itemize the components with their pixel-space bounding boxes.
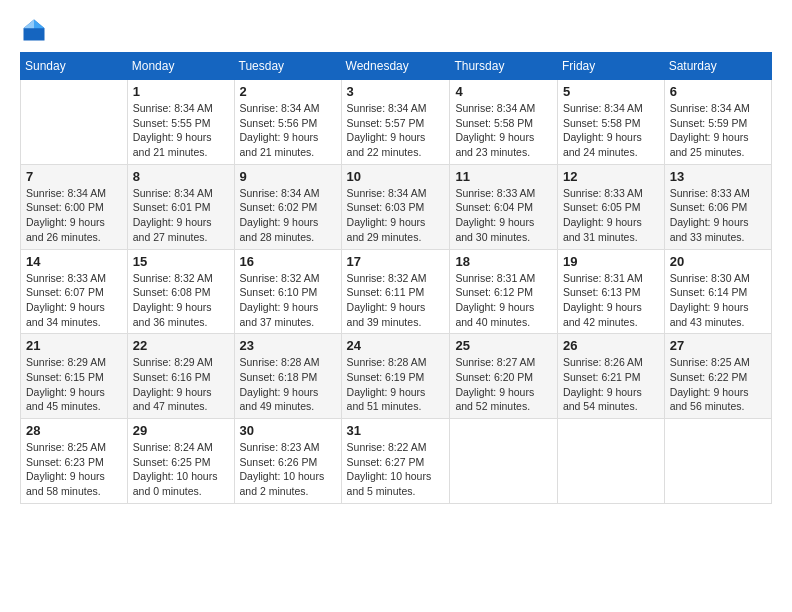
calendar-cell: 27Sunrise: 8:25 AM Sunset: 6:22 PM Dayli… — [664, 334, 771, 419]
calendar-cell: 10Sunrise: 8:34 AM Sunset: 6:03 PM Dayli… — [341, 164, 450, 249]
calendar-cell: 26Sunrise: 8:26 AM Sunset: 6:21 PM Dayli… — [557, 334, 664, 419]
calendar-cell: 1Sunrise: 8:34 AM Sunset: 5:55 PM Daylig… — [127, 80, 234, 165]
header-thursday: Thursday — [450, 53, 558, 80]
calendar-week-0: 1Sunrise: 8:34 AM Sunset: 5:55 PM Daylig… — [21, 80, 772, 165]
day-info: Sunrise: 8:34 AM Sunset: 5:55 PM Dayligh… — [133, 101, 229, 160]
day-info: Sunrise: 8:22 AM Sunset: 6:27 PM Dayligh… — [347, 440, 445, 499]
day-number: 24 — [347, 338, 445, 353]
calendar-cell: 13Sunrise: 8:33 AM Sunset: 6:06 PM Dayli… — [664, 164, 771, 249]
day-number: 30 — [240, 423, 336, 438]
svg-marker-1 — [34, 20, 45, 29]
day-info: Sunrise: 8:28 AM Sunset: 6:18 PM Dayligh… — [240, 355, 336, 414]
header — [20, 16, 772, 44]
day-info: Sunrise: 8:34 AM Sunset: 5:58 PM Dayligh… — [563, 101, 659, 160]
day-info: Sunrise: 8:30 AM Sunset: 6:14 PM Dayligh… — [670, 271, 766, 330]
calendar-cell: 30Sunrise: 8:23 AM Sunset: 6:26 PM Dayli… — [234, 419, 341, 504]
calendar-cell: 6Sunrise: 8:34 AM Sunset: 5:59 PM Daylig… — [664, 80, 771, 165]
day-number: 2 — [240, 84, 336, 99]
day-number: 28 — [26, 423, 122, 438]
day-info: Sunrise: 8:24 AM Sunset: 6:25 PM Dayligh… — [133, 440, 229, 499]
day-info: Sunrise: 8:34 AM Sunset: 6:00 PM Dayligh… — [26, 186, 122, 245]
calendar-cell: 2Sunrise: 8:34 AM Sunset: 5:56 PM Daylig… — [234, 80, 341, 165]
header-tuesday: Tuesday — [234, 53, 341, 80]
calendar-cell — [557, 419, 664, 504]
day-info: Sunrise: 8:32 AM Sunset: 6:11 PM Dayligh… — [347, 271, 445, 330]
day-number: 15 — [133, 254, 229, 269]
day-number: 11 — [455, 169, 552, 184]
day-info: Sunrise: 8:25 AM Sunset: 6:23 PM Dayligh… — [26, 440, 122, 499]
day-info: Sunrise: 8:34 AM Sunset: 6:02 PM Dayligh… — [240, 186, 336, 245]
day-info: Sunrise: 8:25 AM Sunset: 6:22 PM Dayligh… — [670, 355, 766, 414]
page: SundayMondayTuesdayWednesdayThursdayFrid… — [0, 0, 792, 612]
calendar-cell: 8Sunrise: 8:34 AM Sunset: 6:01 PM Daylig… — [127, 164, 234, 249]
day-info: Sunrise: 8:29 AM Sunset: 6:16 PM Dayligh… — [133, 355, 229, 414]
calendar-cell: 25Sunrise: 8:27 AM Sunset: 6:20 PM Dayli… — [450, 334, 558, 419]
day-number: 29 — [133, 423, 229, 438]
logo — [20, 16, 52, 44]
header-monday: Monday — [127, 53, 234, 80]
day-info: Sunrise: 8:33 AM Sunset: 6:04 PM Dayligh… — [455, 186, 552, 245]
calendar-cell: 21Sunrise: 8:29 AM Sunset: 6:15 PM Dayli… — [21, 334, 128, 419]
day-info: Sunrise: 8:33 AM Sunset: 6:07 PM Dayligh… — [26, 271, 122, 330]
day-number: 10 — [347, 169, 445, 184]
day-number: 1 — [133, 84, 229, 99]
calendar-week-2: 14Sunrise: 8:33 AM Sunset: 6:07 PM Dayli… — [21, 249, 772, 334]
day-info: Sunrise: 8:34 AM Sunset: 5:57 PM Dayligh… — [347, 101, 445, 160]
day-info: Sunrise: 8:23 AM Sunset: 6:26 PM Dayligh… — [240, 440, 336, 499]
calendar-header-row: SundayMondayTuesdayWednesdayThursdayFrid… — [21, 53, 772, 80]
calendar-cell — [664, 419, 771, 504]
header-friday: Friday — [557, 53, 664, 80]
day-number: 26 — [563, 338, 659, 353]
day-number: 22 — [133, 338, 229, 353]
calendar-cell: 28Sunrise: 8:25 AM Sunset: 6:23 PM Dayli… — [21, 419, 128, 504]
calendar-cell: 16Sunrise: 8:32 AM Sunset: 6:10 PM Dayli… — [234, 249, 341, 334]
day-info: Sunrise: 8:31 AM Sunset: 6:12 PM Dayligh… — [455, 271, 552, 330]
calendar-week-4: 28Sunrise: 8:25 AM Sunset: 6:23 PM Dayli… — [21, 419, 772, 504]
day-number: 19 — [563, 254, 659, 269]
day-info: Sunrise: 8:34 AM Sunset: 5:59 PM Dayligh… — [670, 101, 766, 160]
calendar-cell: 29Sunrise: 8:24 AM Sunset: 6:25 PM Dayli… — [127, 419, 234, 504]
calendar-cell: 3Sunrise: 8:34 AM Sunset: 5:57 PM Daylig… — [341, 80, 450, 165]
calendar-cell: 18Sunrise: 8:31 AM Sunset: 6:12 PM Dayli… — [450, 249, 558, 334]
calendar-cell: 4Sunrise: 8:34 AM Sunset: 5:58 PM Daylig… — [450, 80, 558, 165]
calendar-cell: 9Sunrise: 8:34 AM Sunset: 6:02 PM Daylig… — [234, 164, 341, 249]
day-number: 7 — [26, 169, 122, 184]
day-info: Sunrise: 8:31 AM Sunset: 6:13 PM Dayligh… — [563, 271, 659, 330]
svg-marker-2 — [24, 20, 35, 29]
day-number: 3 — [347, 84, 445, 99]
calendar-cell: 17Sunrise: 8:32 AM Sunset: 6:11 PM Dayli… — [341, 249, 450, 334]
day-number: 27 — [670, 338, 766, 353]
day-info: Sunrise: 8:34 AM Sunset: 6:03 PM Dayligh… — [347, 186, 445, 245]
day-number: 13 — [670, 169, 766, 184]
calendar-cell: 19Sunrise: 8:31 AM Sunset: 6:13 PM Dayli… — [557, 249, 664, 334]
header-wednesday: Wednesday — [341, 53, 450, 80]
calendar-cell — [21, 80, 128, 165]
day-info: Sunrise: 8:29 AM Sunset: 6:15 PM Dayligh… — [26, 355, 122, 414]
calendar-cell: 24Sunrise: 8:28 AM Sunset: 6:19 PM Dayli… — [341, 334, 450, 419]
day-info: Sunrise: 8:27 AM Sunset: 6:20 PM Dayligh… — [455, 355, 552, 414]
day-info: Sunrise: 8:34 AM Sunset: 6:01 PM Dayligh… — [133, 186, 229, 245]
day-number: 4 — [455, 84, 552, 99]
calendar-cell: 20Sunrise: 8:30 AM Sunset: 6:14 PM Dayli… — [664, 249, 771, 334]
day-number: 5 — [563, 84, 659, 99]
calendar-cell: 23Sunrise: 8:28 AM Sunset: 6:18 PM Dayli… — [234, 334, 341, 419]
day-number: 20 — [670, 254, 766, 269]
calendar-week-1: 7Sunrise: 8:34 AM Sunset: 6:00 PM Daylig… — [21, 164, 772, 249]
day-info: Sunrise: 8:32 AM Sunset: 6:10 PM Dayligh… — [240, 271, 336, 330]
day-info: Sunrise: 8:26 AM Sunset: 6:21 PM Dayligh… — [563, 355, 659, 414]
day-info: Sunrise: 8:34 AM Sunset: 5:56 PM Dayligh… — [240, 101, 336, 160]
day-number: 25 — [455, 338, 552, 353]
day-info: Sunrise: 8:32 AM Sunset: 6:08 PM Dayligh… — [133, 271, 229, 330]
calendar-week-3: 21Sunrise: 8:29 AM Sunset: 6:15 PM Dayli… — [21, 334, 772, 419]
day-number: 8 — [133, 169, 229, 184]
calendar-cell: 14Sunrise: 8:33 AM Sunset: 6:07 PM Dayli… — [21, 249, 128, 334]
day-number: 23 — [240, 338, 336, 353]
day-number: 21 — [26, 338, 122, 353]
day-info: Sunrise: 8:33 AM Sunset: 6:06 PM Dayligh… — [670, 186, 766, 245]
calendar-cell: 7Sunrise: 8:34 AM Sunset: 6:00 PM Daylig… — [21, 164, 128, 249]
day-number: 6 — [670, 84, 766, 99]
day-number: 9 — [240, 169, 336, 184]
header-saturday: Saturday — [664, 53, 771, 80]
day-number: 14 — [26, 254, 122, 269]
day-number: 16 — [240, 254, 336, 269]
